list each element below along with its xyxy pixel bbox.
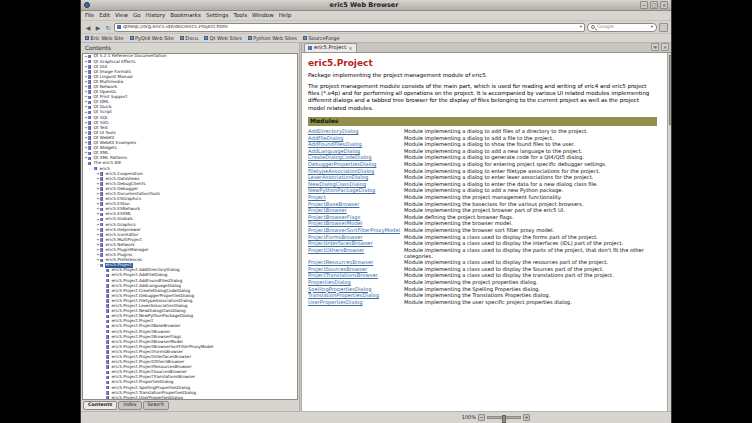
tab-contents[interactable]: Contents <box>83 401 117 411</box>
document-icon <box>106 360 109 364</box>
bookmark-label: Python Web Sites <box>253 36 297 41</box>
document-icon <box>100 187 103 191</box>
maximize-button[interactable]: □ <box>650 1 658 9</box>
document-icon <box>100 182 103 186</box>
menu-item[interactable]: Bookmarks <box>170 13 201 19</box>
document-icon <box>100 202 103 206</box>
document-icon <box>100 197 103 201</box>
url-bar[interactable]: qthelp://org.eric5.ide/doc/eric5.Project… <box>114 23 585 32</box>
document-icon <box>88 162 91 166</box>
document-icon <box>106 289 109 293</box>
zoom-in-icon[interactable]: + <box>523 414 530 421</box>
menu-item[interactable]: History <box>146 13 166 19</box>
bookmark-item[interactable]: Python Web Sites <box>248 36 297 41</box>
document-icon <box>106 274 109 278</box>
menu-item[interactable]: Go <box>133 13 141 19</box>
bookmark-icon <box>204 36 208 40</box>
document-icon <box>88 60 91 64</box>
document-icon <box>106 376 109 380</box>
url-text[interactable]: qthelp://org.eric5.ide/doc/eric5.Project… <box>123 25 578 30</box>
document-icon <box>88 131 91 135</box>
close-button[interactable]: × <box>660 1 668 9</box>
module-link[interactable]: ProjectOthersBrowser <box>308 247 404 259</box>
document-icon <box>106 391 109 395</box>
navigation-toolbar: ◀ ▶ ↻ qthelp://org.eric5.ide/doc/eric5.P… <box>81 21 671 34</box>
web-search-input[interactable]: Google ▾ <box>587 23 657 32</box>
bookmark-label: Qt Web Sites <box>210 36 242 41</box>
bookmark-item[interactable]: Eric Web Site <box>85 36 124 41</box>
module-description: Module implementing the user specific pr… <box>404 299 653 306</box>
document-icon <box>88 111 91 115</box>
sidebar-title: Contents <box>82 44 298 53</box>
close-tab-icon[interactable]: × <box>661 43 669 51</box>
page-scrollbar-thumb[interactable] <box>669 55 672 125</box>
module-link[interactable]: UserPropertiesDialog <box>308 299 404 306</box>
document-icon <box>106 345 109 349</box>
tab-list-icon[interactable]: ≡ <box>651 43 659 51</box>
forward-icon[interactable]: ▶ <box>94 23 102 32</box>
sidebar-tabs: Contents Index Search <box>82 400 298 410</box>
reload-icon[interactable]: ↻ <box>104 23 112 32</box>
search-dropdown-icon[interactable]: ▾ <box>651 25 653 30</box>
document-icon <box>100 223 103 227</box>
back-icon[interactable]: ◀ <box>84 23 92 32</box>
minimize-button[interactable]: − <box>640 1 648 9</box>
document-icon <box>100 259 103 263</box>
document-icon <box>106 386 109 390</box>
document-icon <box>100 238 103 242</box>
active-tab[interactable]: eric5.Project × <box>304 43 357 52</box>
zoom-control: 100% − + <box>462 414 530 421</box>
modules-section-header: Modules <box>308 117 657 126</box>
browser-window: eric5 Web Browser − □ × FileEditViewGoHi… <box>80 0 672 423</box>
search-engine-label[interactable]: Google <box>597 25 649 30</box>
url-dropdown-icon[interactable]: ▾ <box>580 25 582 30</box>
document-icon <box>100 253 103 257</box>
menu-item[interactable]: Help <box>279 13 292 19</box>
toolbar-button[interactable] <box>659 23 668 32</box>
document-icon <box>100 248 103 252</box>
document-icon <box>106 335 109 339</box>
window-titlebar[interactable]: eric5 Web Browser − □ × <box>81 0 671 11</box>
module-description: Module implementing a class used to disp… <box>404 247 653 259</box>
menu-item[interactable]: Settings <box>206 13 229 19</box>
statusbar: 100% − + <box>81 411 671 423</box>
document-icon <box>88 90 91 94</box>
document-icon <box>88 116 91 120</box>
document-icon <box>106 309 109 313</box>
browser-tabbar: eric5.Project × ≡ × <box>302 43 671 53</box>
bookmark-item[interactable]: SourceForge <box>303 36 340 41</box>
menubar: FileEditViewGoHistoryBookmarksSettingsTo… <box>81 11 671 21</box>
document-icon <box>88 75 91 79</box>
document-icon <box>106 340 109 344</box>
bookmark-item[interactable]: PyQt4 Web Site <box>130 36 174 41</box>
help-sidebar: Contents +Qt 5.2.1 Reference Documentati… <box>81 43 299 411</box>
menu-item[interactable]: Window <box>252 13 274 19</box>
page-scrollbar[interactable] <box>667 53 671 411</box>
content-pane: eric5.Project × ≡ × eric5.Project Packag… <box>302 43 671 411</box>
document-icon <box>88 80 91 84</box>
menu-item[interactable]: Edit <box>99 13 110 19</box>
zoom-level: 100% <box>462 415 476 420</box>
bookmark-icon <box>85 36 89 40</box>
document-icon <box>106 315 109 319</box>
tab-close-icon[interactable]: × <box>348 46 352 51</box>
tab-index[interactable]: Index <box>118 401 141 411</box>
document-icon <box>88 121 91 125</box>
bookmark-icon <box>303 36 307 40</box>
zoom-slider-handle[interactable] <box>502 415 506 423</box>
tab-search[interactable]: Search <box>143 401 169 411</box>
document-icon <box>106 294 109 298</box>
bookmark-item[interactable]: Qt Web Sites <box>204 36 242 41</box>
bookmark-label: Docu <box>185 36 198 41</box>
zoom-out-icon[interactable]: − <box>478 414 485 421</box>
document-icon <box>106 299 109 303</box>
contents-tree[interactable]: +Qt 5.2.1 Reference Documentation+Qt Gra… <box>82 53 298 400</box>
screen: eric5 Web Browser − □ × FileEditViewGoHi… <box>0 0 752 423</box>
menu-item[interactable]: View <box>115 13 128 19</box>
help-page: eric5.Project Package implementing the p… <box>302 53 671 411</box>
menu-item[interactable]: Tools <box>233 13 247 19</box>
zoom-slider[interactable] <box>487 416 521 419</box>
menu-item[interactable]: File <box>85 13 94 19</box>
bookmark-item[interactable]: Docu <box>180 36 198 41</box>
document-icon <box>88 65 91 69</box>
